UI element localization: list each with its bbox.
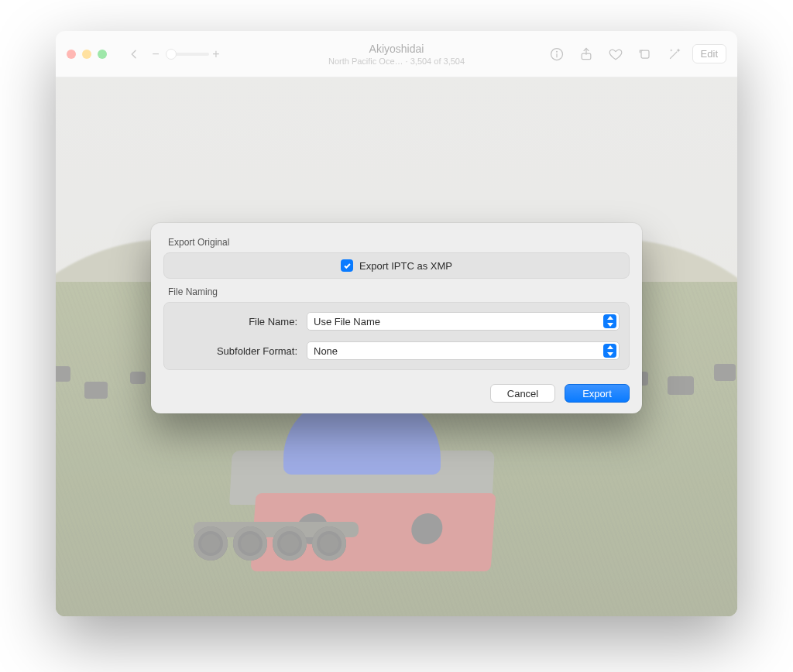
- iptc-checkbox[interactable]: [341, 259, 353, 272]
- favorite-icon[interactable]: [607, 46, 624, 63]
- share-icon[interactable]: [578, 46, 595, 63]
- subtitle-count: 3,504 of 3,504: [410, 57, 465, 66]
- subfolder-value: None: [314, 345, 338, 357]
- export-button[interactable]: Export: [565, 384, 630, 403]
- subfolder-select[interactable]: None: [307, 341, 620, 360]
- file-name-select[interactable]: Use File Name: [307, 312, 620, 331]
- file-name-label: File Name:: [173, 316, 297, 327]
- info-icon[interactable]: [548, 46, 565, 63]
- toolbar-icons: [548, 46, 683, 63]
- zoom-slider[interactable]: − +: [149, 47, 223, 61]
- file-naming-panel: File Name: Use File Name Subfolder Forma…: [163, 302, 630, 370]
- minimize-window-button[interactable]: [82, 50, 91, 59]
- zoom-thumb[interactable]: [166, 49, 177, 60]
- select-stepper-icon: [603, 314, 616, 328]
- close-window-button[interactable]: [67, 50, 76, 59]
- title-block: Akiyoshidai North Pacific Oce… · 3,504 o…: [328, 43, 465, 66]
- subfolder-label: Subfolder Format:: [173, 345, 297, 357]
- zoom-in-icon: +: [209, 47, 223, 61]
- svg-rect-4: [641, 50, 649, 58]
- select-stepper-icon: [603, 344, 616, 358]
- file-naming-label: File Naming: [168, 286, 630, 297]
- toolbar: − + Akiyoshidai North Pacific Oce… · 3,5…: [56, 31, 737, 77]
- export-iptc-panel: Export IPTC as XMP: [163, 252, 630, 279]
- rotate-icon[interactable]: [637, 46, 654, 63]
- photo-title: Akiyoshidai: [328, 43, 465, 55]
- zoom-window-button[interactable]: [98, 50, 107, 59]
- photo-subtitle: North Pacific Oce… · 3,504 of 3,504: [328, 57, 465, 66]
- photos-window: − + Akiyoshidai North Pacific Oce… · 3,5…: [56, 31, 737, 616]
- iptc-checkbox-label: Export IPTC as XMP: [359, 260, 452, 272]
- export-sheet: Export Original Export IPTC as XMP File …: [151, 223, 642, 413]
- window-controls: [67, 50, 107, 59]
- zoom-out-icon: −: [149, 47, 163, 61]
- cancel-button[interactable]: Cancel: [490, 384, 555, 403]
- svg-point-2: [556, 51, 557, 52]
- auto-enhance-icon[interactable]: [666, 46, 683, 63]
- export-original-label: Export Original: [168, 237, 630, 248]
- edit-button[interactable]: Edit: [692, 44, 726, 63]
- subtitle-location: North Pacific Oce…: [328, 57, 403, 66]
- file-name-value: Use File Name: [314, 316, 380, 327]
- back-button[interactable]: [124, 44, 144, 64]
